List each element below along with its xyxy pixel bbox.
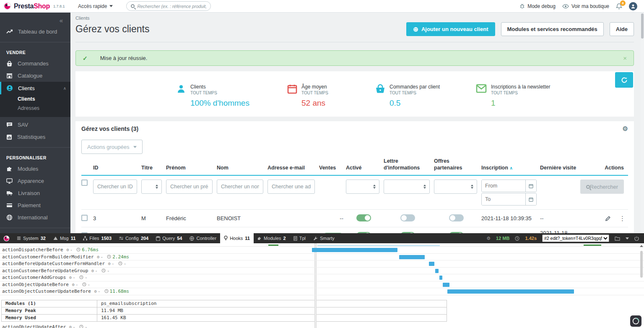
panel-scrollbar[interactable] xyxy=(640,245,643,326)
debug-tab-smarty[interactable]: Smarty xyxy=(309,233,338,243)
cell-prenom: John xyxy=(166,227,217,233)
hook-info-table: Modules (1)ps_emailsubscription Memory P… xyxy=(1,300,447,322)
col-active[interactable]: Activé xyxy=(346,156,384,175)
sidebar-item-label: Clients xyxy=(18,85,58,91)
sidebar-item-dashboard[interactable]: Tableau de bord xyxy=(0,26,70,38)
col-id[interactable]: ID xyxy=(93,156,141,175)
hook-timeline-bar xyxy=(399,255,425,259)
filter-nom-input[interactable] xyxy=(217,180,263,194)
help-button[interactable]: Aide xyxy=(610,22,634,36)
page-scrollbar[interactable] xyxy=(641,13,644,233)
bulk-actions-button[interactable]: Actions groupées xyxy=(81,140,143,154)
scrollbar-thumb[interactable] xyxy=(641,13,644,39)
recommended-modules-button[interactable]: Modules et services recommandés xyxy=(501,22,604,36)
sidebar-item-international[interactable]: International xyxy=(0,211,70,224)
add-client-button[interactable]: ⊕ Ajouter un nouveau client xyxy=(406,22,495,36)
filter-titre-select[interactable] xyxy=(141,180,162,194)
hook-timeline-bar xyxy=(439,276,442,280)
sidebar-item-statistiques[interactable]: Statistiques xyxy=(0,131,70,143)
debug-tab-controller[interactable]: Controller xyxy=(186,233,220,243)
sidebar-item-catalogue[interactable]: Catalogue xyxy=(0,70,70,82)
filter-partner-select[interactable] xyxy=(434,180,477,194)
quick-access-dropdown[interactable]: Accès rapide xyxy=(78,3,113,9)
row-menu-icon[interactable]: ⋮ xyxy=(619,215,626,222)
col-derniere-visite[interactable]: Dernière visite xyxy=(540,156,590,175)
date-from-input[interactable] xyxy=(482,180,525,192)
close-icon[interactable]: × xyxy=(623,55,627,62)
col-email[interactable]: Adresse e-mail xyxy=(267,156,319,175)
plus-circle-icon: ⊕ xyxy=(413,26,418,33)
sidebar-item-apparence[interactable]: Apparence xyxy=(0,175,70,187)
prestashop-swirl-icon xyxy=(632,318,639,325)
gear-icon: ⚙ xyxy=(69,275,72,280)
cell-id: 2 xyxy=(93,227,141,233)
cell-ventes: -- xyxy=(319,210,346,227)
date-to-input[interactable] xyxy=(482,193,525,205)
row-checkbox[interactable] xyxy=(81,215,88,221)
sidebar-item-sav[interactable]: SAV xyxy=(0,119,70,131)
col-ventes[interactable]: Ventes xyxy=(319,156,346,175)
calendar-icon[interactable] xyxy=(525,180,536,192)
sidebar-section-personnaliser: PERSONNALISER xyxy=(0,152,70,163)
client-row[interactable]: 3 M Frédéric BENOIST -- 2021-11-18 10:39… xyxy=(81,210,628,227)
filters-row: Rechercher xyxy=(81,175,628,210)
debug-tab-query[interactable]: Query54 xyxy=(152,233,186,243)
edit-icon[interactable] xyxy=(605,216,611,221)
search-filter-button[interactable]: Rechercher xyxy=(580,180,624,194)
modules-icon xyxy=(6,166,13,172)
sidebar-item-paiement[interactable]: Paiement xyxy=(0,199,70,211)
scrollbar-thumb[interactable] xyxy=(640,251,643,278)
profile-avatar[interactable] xyxy=(629,2,637,10)
select-all-checkbox[interactable] xyxy=(81,180,88,186)
debug-tab-config[interactable]: Config204 xyxy=(115,233,152,243)
profiler-logo-button[interactable] xyxy=(630,315,641,327)
col-partner[interactable]: Offres partenaires xyxy=(434,156,481,175)
filter-id-input[interactable] xyxy=(93,180,137,194)
col-titre[interactable]: Titre xyxy=(141,156,166,175)
debug-mode-indicator[interactable]: Mode debug xyxy=(519,3,556,9)
sidebar-collapse-button[interactable]: « xyxy=(0,13,70,26)
filter-active-select[interactable] xyxy=(346,180,379,194)
sidebar-subitem-adresses[interactable]: Adresses xyxy=(18,104,70,113)
debug-tab-files[interactable]: Files1503 xyxy=(79,233,115,243)
col-newsletter[interactable]: Lettre d'informations xyxy=(384,156,434,175)
partner-toggle[interactable] xyxy=(449,214,464,221)
sidebar-item-livraison[interactable]: Livraison xyxy=(0,187,70,199)
notifications-button[interactable]: 8 xyxy=(616,3,622,10)
refresh-kpi-button[interactable] xyxy=(615,72,633,88)
sidebar-section-vendre: VENDRE xyxy=(0,47,70,57)
debug-tab-msg[interactable]: Msg11 xyxy=(49,233,79,243)
sidebar-item-commandes[interactable]: Commandes xyxy=(0,57,70,70)
customers-kpi-icon xyxy=(176,84,186,94)
debug-tab-tpl[interactable]: Tpl xyxy=(290,233,309,243)
sidebar-subitem-clients[interactable]: Clients xyxy=(18,94,70,104)
debug-tab-hooks[interactable]: Hooks11 xyxy=(220,233,254,243)
debug-tab-modules[interactable]: Modules2 xyxy=(254,233,290,243)
filter-prenom-input[interactable] xyxy=(166,180,213,194)
debug-tab-system[interactable]: System32 xyxy=(13,233,49,243)
sidebar-item-modules[interactable]: Modules xyxy=(0,163,70,175)
global-search[interactable] xyxy=(126,1,211,11)
filter-newsletter-select[interactable] xyxy=(384,180,430,194)
view-shop-link[interactable]: Voir ma boutique xyxy=(562,3,609,9)
col-inscription[interactable]: Inscription ∧ xyxy=(481,156,540,175)
active-toggle[interactable] xyxy=(356,214,371,221)
col-nom[interactable]: Nom xyxy=(217,156,267,175)
request-select[interactable]: #2 edit?_token=T4Lv0R3qgqN2G xyxy=(542,234,609,242)
client-row[interactable]: 2 M John DOE pub@prestashop.com 27,30 € … xyxy=(81,227,628,233)
sidebar-item-clients[interactable]: Clients ∧ xyxy=(0,82,70,94)
success-alert: ✓ Mise à jour réussie. × xyxy=(75,50,634,66)
prestashop-logo[interactable]: PrestaShop 1.7.8.1 xyxy=(0,2,72,10)
calendar-icon xyxy=(287,84,297,94)
controller-icon xyxy=(190,236,194,241)
newsletter-toggle[interactable] xyxy=(400,214,415,221)
scroll-up-icon[interactable] xyxy=(640,245,643,247)
minimize-chevron-icon[interactable] xyxy=(626,237,629,239)
search-input[interactable] xyxy=(137,4,206,9)
grid-settings-gear-icon[interactable]: ⚙ xyxy=(623,125,628,133)
power-icon[interactable] xyxy=(634,236,639,241)
col-prenom[interactable]: Prénom xyxy=(166,156,217,175)
folder-icon[interactable] xyxy=(615,236,620,241)
filter-email-input[interactable] xyxy=(267,180,315,194)
calendar-icon[interactable] xyxy=(525,193,536,205)
